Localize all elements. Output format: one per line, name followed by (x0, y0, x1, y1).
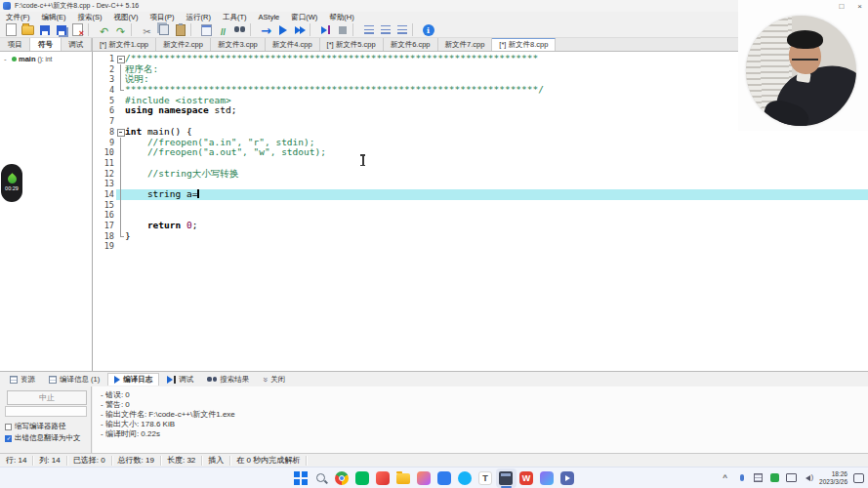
copy-icon[interactable] (156, 23, 171, 36)
t-app-icon[interactable]: T (475, 468, 496, 488)
wechat-icon[interactable] (352, 468, 373, 488)
comment-icon (221, 21, 226, 39)
fold-marker[interactable] (116, 54, 125, 64)
wechat-icon (355, 471, 369, 485)
draw-app-icon[interactable] (537, 468, 558, 488)
compile-icon[interactable] (259, 23, 273, 36)
menu-item[interactable]: 视图(V) (108, 13, 145, 22)
fold-marker[interactable] (116, 127, 125, 138)
left-tab-调试[interactable]: 调试 (62, 38, 92, 51)
screen-recorder-overlay[interactable]: 00:29 (1, 164, 22, 202)
editor-line[interactable]: 14 string a= (93, 189, 868, 200)
save-all-icon[interactable] (54, 23, 68, 36)
tray-expand-icon[interactable]: ^ (720, 471, 730, 485)
bottom-tab-chevrons[interactable]: »关闭 (257, 374, 291, 386)
editor-line[interactable]: 15 (93, 200, 868, 211)
bottom-tab-play[interactable]: 编译日志 (107, 373, 159, 386)
indent-icon[interactable] (378, 23, 393, 36)
save-icon[interactable] (37, 23, 52, 36)
bottom-tab-binoc[interactable]: 搜索结果 (201, 374, 255, 386)
menu-item[interactable]: 窗口(W) (285, 13, 323, 22)
speaker-icon[interactable] (803, 471, 813, 485)
editor-line[interactable]: 17 return 0; (93, 221, 868, 231)
cut-icon[interactable] (140, 23, 154, 36)
bird-app-icon[interactable] (455, 468, 475, 488)
code-span: } (125, 230, 131, 241)
code-span: std; (209, 104, 237, 115)
stop-icon[interactable] (335, 23, 350, 36)
restore-button[interactable]: □ (839, 2, 844, 11)
snippet-icon[interactable] (199, 23, 214, 36)
display-icon[interactable] (786, 471, 797, 485)
status-field: 插入 (202, 456, 230, 466)
wps-icon[interactable]: W (517, 468, 537, 488)
file-tab[interactable]: 新文件6.cpp (384, 38, 438, 51)
editor-line[interactable]: 19 (93, 241, 868, 252)
left-tab-项目[interactable]: 项目 (0, 38, 30, 51)
editor-line[interactable]: 16 (93, 210, 868, 221)
file-tab[interactable]: [*] 新文件8.cpp (492, 38, 556, 51)
open-file-icon[interactable] (21, 23, 35, 36)
collapse-icon[interactable]: - (4, 55, 10, 63)
compile-run-icon[interactable] (292, 23, 307, 36)
start-button[interactable] (291, 468, 311, 488)
close-file-icon[interactable] (70, 23, 85, 36)
close-button[interactable]: × (857, 2, 862, 11)
outdent-icon[interactable] (394, 23, 409, 36)
code-text (125, 241, 868, 252)
paste-icon[interactable] (173, 23, 187, 36)
menu-item[interactable]: 运行(R) (181, 13, 217, 22)
editor-line[interactable]: 13 (93, 179, 868, 189)
fold-marker (116, 85, 125, 96)
menu-item[interactable]: 编辑(E) (36, 13, 72, 22)
undo-icon[interactable] (97, 23, 111, 36)
editor-line[interactable]: 10 //freopen("a.out", "w", stdout); (93, 147, 868, 158)
file-tab[interactable]: [*] 新文件1.cpp (93, 38, 156, 51)
abort-button[interactable]: 中止 (7, 390, 87, 405)
tree-item-main[interactable]: - main (): int (0, 52, 92, 63)
pin-app-icon[interactable] (373, 468, 393, 488)
blue-app-icon[interactable] (434, 468, 455, 488)
file-tab[interactable]: 新文件3.cpp (211, 38, 266, 51)
window-title: F:\code-c++\新文件8.cpp - Dev-C++ 5.16 (15, 1, 139, 11)
bottom-tab-grid[interactable]: 资源 (4, 374, 41, 386)
editor-line[interactable]: 18} (93, 231, 868, 242)
chrome-icon[interactable] (332, 468, 352, 488)
checkbox[interactable] (5, 435, 12, 442)
devcpp-app-icon (3, 2, 11, 10)
search-icon[interactable] (311, 468, 332, 488)
find-icon[interactable] (232, 23, 247, 36)
notification-center-icon[interactable] (853, 471, 864, 485)
file-tab[interactable]: 新文件2.cpp (156, 38, 211, 51)
file-tab[interactable]: [*] 新文件5.cpp (320, 38, 384, 51)
taskbar-clock[interactable]: 18:26 2023/3/26 (819, 470, 847, 486)
media-app-icon[interactable] (558, 468, 578, 488)
comment-icon[interactable] (216, 23, 230, 36)
checkbox-shorten-paths[interactable]: 缩写编译器路径 (5, 422, 66, 431)
run-icon[interactable] (275, 23, 290, 36)
menu-item[interactable]: 文件(F) (0, 13, 36, 22)
new-file-icon[interactable] (4, 23, 19, 36)
devcpp-taskbar-icon[interactable] (496, 468, 517, 488)
t-app-icon: T (478, 471, 492, 485)
file-tab[interactable]: 新文件7.cpp (438, 38, 493, 51)
format-icon[interactable] (361, 23, 376, 36)
redo-icon[interactable] (113, 23, 128, 36)
ime-icon[interactable] (753, 471, 764, 485)
editor-app-icon[interactable] (414, 468, 434, 488)
left-tab-符号[interactable]: 符号 (30, 38, 61, 51)
file-tab[interactable]: 新文件4.cpp (266, 38, 320, 51)
bottom-tab-playbar[interactable]: 调试 (161, 374, 199, 386)
menu-item[interactable]: 帮助(H) (323, 13, 359, 22)
wechat-tray-icon[interactable] (769, 471, 780, 485)
binoc-icon (207, 377, 217, 383)
compile-log[interactable]: - 错误: 0- 警告: 0- 输出文件名: F:\code-c++\新文件1.… (93, 386, 868, 453)
rerun-icon[interactable] (318, 23, 333, 36)
info-icon[interactable]: i (421, 23, 435, 36)
checkbox[interactable] (5, 424, 12, 430)
editor-line[interactable]: 12 //string大小写转换 (93, 169, 868, 180)
file-explorer-icon[interactable] (393, 468, 414, 488)
checkbox-translate-errors[interactable]: 出错信息翻译为中文 (5, 433, 81, 443)
microphone-icon[interactable] (736, 471, 747, 485)
bottom-tab-list[interactable]: 编译信息 (1) (43, 374, 105, 386)
